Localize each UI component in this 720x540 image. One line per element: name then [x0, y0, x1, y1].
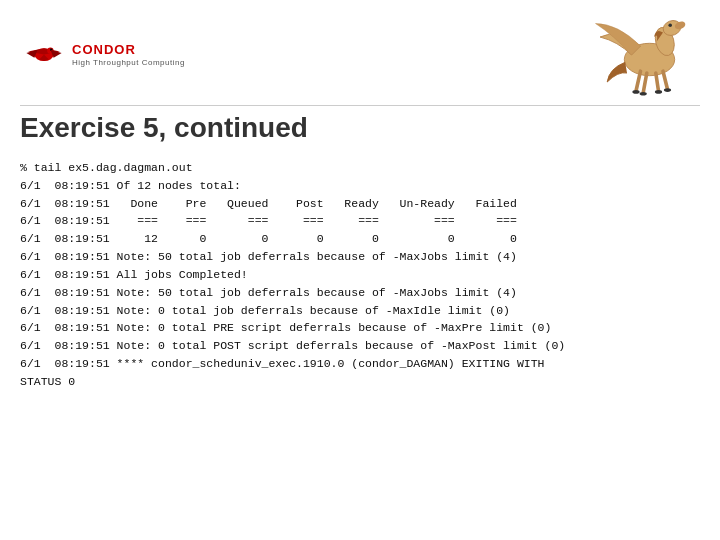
svg-point-11 [668, 24, 672, 28]
svg-text:pegasus: pegasus [628, 98, 661, 100]
code-line: 6/1 08:19:51 Note: 0 total job deferrals… [20, 302, 700, 320]
code-line: % tail ex5.dag.dagman.out [20, 159, 700, 177]
logo-text-block: CONDOR High Throughput Computing [72, 43, 185, 66]
svg-line-12 [636, 71, 641, 91]
pegasus-logo-icon: pegasus [590, 10, 700, 100]
code-line: 6/1 08:19:51 Of 12 nodes total: [20, 177, 700, 195]
svg-point-19 [664, 88, 671, 92]
code-output-area: % tail ex5.dag.dagman.out6/1 08:19:51 Of… [0, 154, 720, 401]
logo-area: CONDOR High Throughput Computing [20, 37, 185, 73]
code-line: 6/1 08:19:51 All jobs Completed! [20, 266, 700, 284]
svg-point-16 [632, 90, 639, 94]
svg-line-13 [643, 73, 647, 93]
code-line: 6/1 08:19:51 Note: 50 total job deferral… [20, 248, 700, 266]
svg-point-18 [655, 90, 662, 94]
logo-name: CONDOR [72, 43, 185, 57]
code-line: STATUS 0 [20, 373, 700, 391]
condor-logo-icon [20, 37, 68, 73]
code-line: 6/1 08:19:51 12 0 0 0 0 0 0 [20, 230, 700, 248]
svg-line-15 [663, 71, 668, 89]
code-line: 6/1 08:19:51 Note: 0 total POST script d… [20, 337, 700, 355]
title-section: Exercise 5, continued [0, 112, 720, 154]
code-line: 6/1 08:19:51 Done Pre Queued Post Ready … [20, 195, 700, 213]
svg-point-17 [640, 92, 647, 96]
code-line: 6/1 08:19:51 **** condor_scheduniv_exec.… [20, 355, 700, 373]
page-header: CONDOR High Throughput Computing [0, 0, 720, 105]
header-divider [20, 105, 700, 106]
code-line: 6/1 08:19:51 === === === === === === === [20, 212, 700, 230]
code-line: 6/1 08:19:51 Note: 50 total job deferral… [20, 284, 700, 302]
svg-line-14 [656, 73, 659, 91]
logo-subtitle: High Throughput Computing [72, 58, 185, 67]
code-line: 6/1 08:19:51 Note: 0 total PRE script de… [20, 319, 700, 337]
page-title: Exercise 5, continued [20, 112, 700, 144]
